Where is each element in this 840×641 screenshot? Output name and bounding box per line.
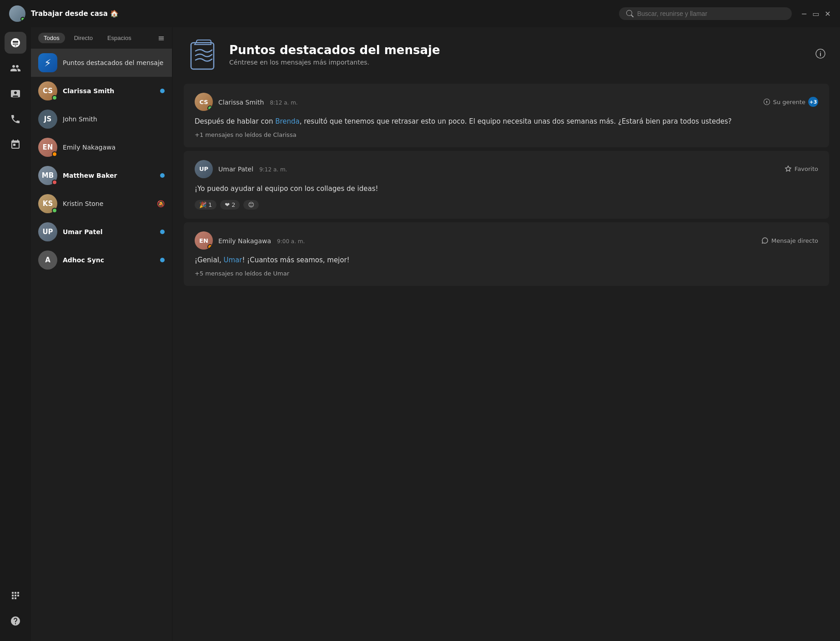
- message-card-umar: UP Umar Patel 9:12 a. m. Favorito ¡Yo pu…: [184, 151, 829, 219]
- msg-avatar-clarissa: CS: [195, 93, 213, 111]
- msg-body-clarissa: Después de hablar con Brenda, resultó qu…: [195, 116, 818, 127]
- matthew-right: [160, 173, 165, 178]
- msg-tag-clarissa[interactable]: Su gerente +3: [763, 97, 818, 107]
- chat-info-umar: Umar Patel: [63, 228, 155, 235]
- msg-meta-umar: Umar Patel 9:12 a. m.: [218, 165, 779, 173]
- msg-status-clarissa: [207, 105, 213, 111]
- john-initials: JS: [38, 110, 57, 129]
- chat-item-adhoc[interactable]: A Adhoc Sync: [31, 246, 172, 274]
- chat-list-header: Todos Directo Espacios ≡: [31, 27, 172, 49]
- chat-name-umar: Umar Patel: [63, 228, 155, 235]
- msg-body-emily: ¡Genial, Umar! ¡Cuantos más seamos, mejo…: [195, 255, 818, 265]
- reaction-smile[interactable]: 😊: [243, 200, 259, 210]
- search-bar[interactable]: [619, 7, 792, 20]
- filter-spaces-button[interactable]: Espacios: [102, 33, 137, 43]
- chat-bubble-icon: [761, 237, 769, 244]
- chat-name-highlights: Puntos destacados del mensaje: [63, 59, 165, 66]
- chat-info-matthew: Matthew Baker: [63, 172, 155, 179]
- chat-item-kristin[interactable]: KS Kristin Stone 🔕: [31, 190, 172, 218]
- sidebar-icons: [0, 27, 31, 641]
- clarissa-right: [160, 89, 165, 93]
- app-title: Trabajar desde casa 🏠: [31, 10, 619, 18]
- sidebar-item-contacts[interactable]: [5, 83, 26, 105]
- chat-name-matthew: Matthew Baker: [63, 172, 155, 179]
- content-header: Puntos destacados del mensaje Céntrese e…: [173, 27, 840, 80]
- chat-name-adhoc: Adhoc Sync: [63, 256, 155, 264]
- sidebar-item-help[interactable]: [5, 610, 26, 632]
- chat-item-emily[interactable]: EN Emily Nakagawa: [31, 133, 172, 161]
- matthew-avatar: MB: [38, 166, 57, 185]
- emily-status: [52, 151, 57, 157]
- chat-name-emily: Emily Nakagawa: [63, 144, 165, 151]
- unread-note-emily: +5 mensajes no leídos de Umar: [195, 270, 818, 277]
- reaction-party[interactable]: 🎉 1: [195, 200, 216, 210]
- search-input[interactable]: [637, 10, 785, 17]
- chat-items: ⚡ Puntos destacados del mensaje CS Clari…: [31, 49, 172, 641]
- filter-all-button[interactable]: Todos: [38, 33, 65, 43]
- chat-info-adhoc: Adhoc Sync: [63, 256, 155, 264]
- umar-unread: [160, 230, 165, 234]
- message-header-clarissa: CS Clarissa Smith 8:12 a. m. Su gerente …: [195, 93, 818, 111]
- kristin-right: 🔕: [157, 200, 165, 207]
- message-header-umar: UP Umar Patel 9:12 a. m. Favorito: [195, 160, 818, 178]
- minimize-button[interactable]: −: [801, 10, 807, 17]
- chat-name-kristin: Kristin Stone: [63, 200, 151, 207]
- chat-item-john[interactable]: JS John Smith: [31, 105, 172, 133]
- chat-name-clarissa: Clarissa Smith: [63, 87, 155, 95]
- msg-avatar-umar: UP: [195, 160, 213, 178]
- favorite-button[interactable]: Favorito: [785, 165, 818, 173]
- msg-time-umar: 9:12 a. m.: [259, 166, 287, 173]
- msg-sender-umar: Umar Patel: [218, 165, 253, 173]
- clarissa-status: [52, 95, 57, 100]
- matthew-status: [52, 180, 57, 185]
- favorite-label: Favorito: [795, 165, 818, 172]
- chat-name-john: John Smith: [63, 115, 165, 123]
- umar-right: [160, 230, 165, 234]
- content-subtitle: Céntrese en los mensajes más importantes…: [229, 59, 440, 66]
- msg-body-umar: ¡Yo puedo ayudar al equipo con los colla…: [195, 184, 818, 194]
- sidebar-item-people[interactable]: [5, 57, 26, 79]
- sidebar-item-calendar[interactable]: [5, 134, 26, 155]
- reaction-heart[interactable]: ❤️ 2: [220, 200, 240, 210]
- mute-icon: 🔕: [157, 200, 165, 207]
- msg-status-emily: [207, 244, 213, 250]
- umar-initials: UP: [38, 222, 57, 241]
- mention-brenda: Brenda: [275, 117, 300, 125]
- search-icon: [626, 10, 634, 17]
- close-button[interactable]: ✕: [825, 10, 831, 17]
- main-content: Puntos destacados del mensaje Céntrese e…: [173, 27, 840, 641]
- umar-avatar: UP: [38, 222, 57, 241]
- chat-item-highlights[interactable]: ⚡ Puntos destacados del mensaje: [31, 49, 172, 77]
- direct-message-button[interactable]: Mensaje directo: [761, 237, 818, 244]
- sidebar-item-apps[interactable]: [5, 585, 26, 606]
- filter-direct-button[interactable]: Directo: [69, 33, 98, 43]
- direct-message-label: Mensaje directo: [771, 237, 818, 244]
- content-title: Puntos destacados del mensaje: [229, 43, 440, 57]
- main-container: Todos Directo Espacios ≡ ⚡ Puntos destac…: [0, 27, 840, 641]
- adhoc-unread: [160, 258, 165, 262]
- msg-time-emily: 9:00 a. m.: [277, 238, 305, 245]
- chat-item-clarissa[interactable]: CS Clarissa Smith: [31, 77, 172, 105]
- mention-umar: Umar: [223, 256, 242, 264]
- content-header-text: Puntos destacados del mensaje Céntrese e…: [229, 43, 440, 66]
- info-button[interactable]: [815, 49, 825, 61]
- chat-info-john: John Smith: [63, 115, 165, 123]
- maximize-button[interactable]: ▭: [813, 10, 819, 17]
- lightning-icon: ⚡: [44, 57, 51, 69]
- msg-sender-emily: Emily Nakagawa: [218, 237, 271, 245]
- adhoc-avatar: A: [38, 250, 57, 270]
- sidebar-bottom: [5, 585, 26, 636]
- user-avatar[interactable]: [9, 5, 25, 22]
- msg-tag-label-clarissa: Su gerente: [773, 99, 805, 105]
- svg-point-2: [820, 51, 821, 52]
- filter-menu-icon[interactable]: ≡: [158, 33, 165, 43]
- sidebar-item-calls[interactable]: [5, 108, 26, 130]
- reaction-count-heart: 2: [231, 201, 235, 208]
- message-header-emily: EN Emily Nakagawa 9:00 a. m. Mensaje dir…: [195, 231, 818, 250]
- sidebar-item-chat[interactable]: [5, 32, 26, 54]
- chat-info-highlights: Puntos destacados del mensaje: [63, 59, 165, 66]
- msg-sender-clarissa: Clarissa Smith: [218, 99, 264, 106]
- chat-item-matthew[interactable]: MB Matthew Baker: [31, 161, 172, 190]
- chat-item-umar[interactable]: UP Umar Patel: [31, 218, 172, 246]
- manager-badge: +3: [808, 97, 818, 107]
